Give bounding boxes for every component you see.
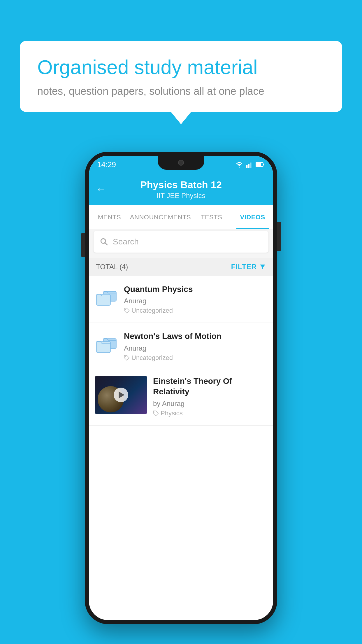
- folder-thumb-1: [95, 289, 118, 309]
- video-author: Anurag: [124, 344, 267, 352]
- phone-screen: 14:29: [89, 156, 273, 620]
- list-item[interactable]: Einstein's Theory Of Relativity by Anura…: [89, 370, 273, 426]
- camera-icon: [178, 160, 184, 166]
- filter-icon: [259, 263, 266, 270]
- list-item[interactable]: Quantum Physics Anurag Uncategorized: [89, 276, 273, 323]
- total-count: TOTAL (4): [96, 263, 128, 271]
- wifi-icon: [235, 161, 243, 168]
- svg-point-15: [125, 356, 126, 357]
- tag-icon: [124, 308, 130, 314]
- app-header: ← Physics Batch 12 IIT JEE Physics: [89, 173, 273, 205]
- bubble-title: Organised study material: [37, 55, 325, 79]
- video-tag: Physics: [153, 410, 267, 417]
- video-tag: Uncategorized: [124, 307, 267, 314]
- video-title: Newton's Laws of Motion: [124, 331, 267, 342]
- svg-rect-5: [263, 164, 264, 165]
- search-icon: [99, 237, 109, 246]
- status-time: 14:29: [97, 160, 116, 169]
- video-author: Anurag: [124, 297, 267, 305]
- video-list: Quantum Physics Anurag Uncategorized: [89, 276, 273, 620]
- phone-body: 14:29: [85, 152, 277, 624]
- svg-point-16: [154, 412, 155, 412]
- tabs-bar: MENTS ANNOUNCEMENTS TESTS VIDEOS: [89, 205, 273, 229]
- svg-rect-3: [250, 162, 251, 168]
- svg-line-8: [105, 243, 107, 245]
- svg-rect-2: [248, 164, 249, 168]
- video-title: Quantum Physics: [124, 284, 267, 295]
- filter-row: TOTAL (4) FILTER: [89, 258, 273, 276]
- video-thumbnail: [95, 376, 147, 414]
- play-button[interactable]: [114, 388, 128, 402]
- tab-videos[interactable]: VIDEOS: [232, 205, 273, 229]
- tag-icon: [124, 355, 130, 361]
- svg-rect-1: [246, 165, 247, 168]
- tab-announcements[interactable]: ANNOUNCEMENTS: [130, 205, 191, 229]
- header-title: Physics Batch 12: [140, 179, 222, 190]
- speech-bubble-section: Organised study material notes, question…: [20, 41, 342, 112]
- play-icon: [119, 391, 124, 398]
- svg-marker-9: [260, 265, 265, 269]
- speech-bubble: Organised study material notes, question…: [20, 41, 342, 112]
- video-author: by Anurag: [153, 400, 267, 408]
- video-info-3: Einstein's Theory Of Relativity by Anura…: [153, 376, 267, 417]
- header-center: Physics Batch 12 IIT JEE Physics: [140, 179, 222, 200]
- bubble-subtitle: notes, question papers, solutions all at…: [37, 85, 325, 97]
- search-bar[interactable]: Search: [94, 231, 268, 253]
- video-info-1: Quantum Physics Anurag Uncategorized: [124, 284, 267, 314]
- filter-button[interactable]: FILTER: [231, 263, 266, 271]
- battery-icon: [256, 161, 265, 168]
- video-info-2: Newton's Laws of Motion Anurag Uncategor…: [124, 331, 267, 361]
- status-icons: [235, 161, 265, 168]
- search-placeholder: Search: [113, 237, 139, 246]
- video-tag: Uncategorized: [124, 354, 267, 362]
- header-subtitle: IIT JEE Physics: [140, 192, 222, 200]
- list-item[interactable]: Newton's Laws of Motion Anurag Uncategor…: [89, 323, 273, 370]
- tab-tests[interactable]: TESTS: [191, 205, 232, 229]
- phone-device: 14:29: [85, 152, 277, 624]
- svg-rect-6: [256, 163, 261, 166]
- tab-ments[interactable]: MENTS: [89, 205, 130, 229]
- back-button[interactable]: ←: [96, 183, 106, 195]
- tag-icon: [153, 410, 159, 416]
- svg-point-12: [125, 309, 126, 310]
- signal-icon: [246, 161, 253, 168]
- video-title: Einstein's Theory Of Relativity: [153, 376, 267, 397]
- phone-notch: [158, 156, 204, 170]
- folder-thumb-2: [95, 336, 118, 357]
